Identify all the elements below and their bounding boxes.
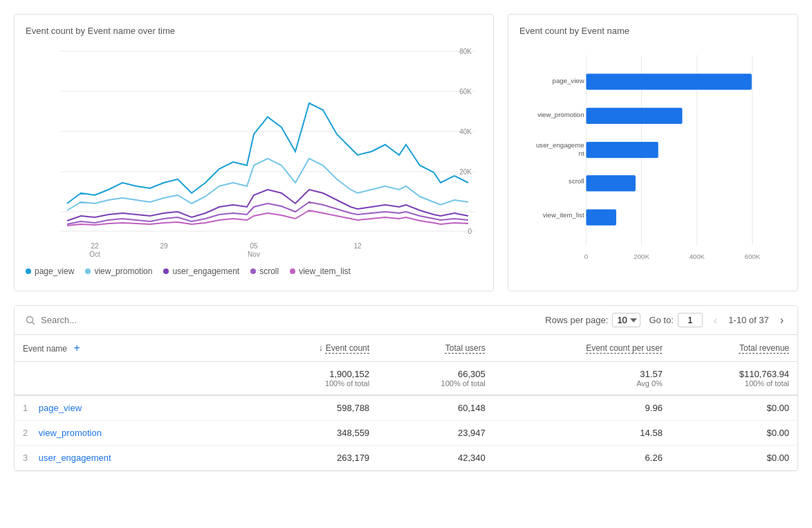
- svg-text:29: 29: [160, 242, 168, 250]
- totals-event-per-user-value: 31.57: [640, 369, 663, 379]
- col-event-count[interactable]: ↓Event count: [250, 335, 378, 362]
- svg-rect-26: [587, 74, 752, 90]
- row-2-event-link[interactable]: view_promotion: [39, 428, 102, 438]
- row-1-total-users: 60,148: [378, 395, 494, 421]
- table-row: 2 view_promotion 348,559 23,947 14.58 $0…: [15, 421, 797, 446]
- legend-dot-view-item-list: [290, 268, 295, 274]
- totals-name-cell: [15, 362, 250, 396]
- legend-label-scroll: scroll: [259, 266, 279, 276]
- search-input[interactable]: [41, 315, 179, 325]
- svg-text:0: 0: [468, 228, 472, 235]
- svg-text:600K: 600K: [745, 253, 761, 260]
- row-2-revenue: $0.00: [671, 421, 797, 446]
- row-3-event-count: 263,179: [250, 446, 378, 471]
- svg-text:05: 05: [250, 242, 258, 250]
- col-event-per-user: Event count per user: [494, 335, 671, 362]
- prev-page-button[interactable]: ‹: [711, 314, 720, 327]
- legend-view-item-list: view_item_list: [290, 266, 351, 276]
- legend-dot-scroll: [250, 268, 256, 274]
- svg-rect-28: [587, 108, 683, 124]
- legend-page-view: page_view: [26, 266, 74, 276]
- svg-text:view_promotion: view_promotion: [537, 111, 584, 118]
- totals-event-count: 1,900,152 100% of total: [250, 362, 378, 396]
- totals-event-count-sub: 100% of total: [258, 379, 369, 388]
- svg-line-37: [33, 322, 35, 325]
- legend-dot-page-view: [26, 268, 31, 274]
- svg-text:scroll: scroll: [569, 177, 584, 185]
- bar-chart-box: Event count by Event name 0 200K 400K 60…: [508, 14, 798, 291]
- col-total-revenue: Total revenue: [671, 335, 797, 362]
- line-chart-svg: 80K 60K 40K 20K 0 22 Oct 29 05 Nov 12: [26, 44, 482, 259]
- row-3-event-link[interactable]: user_engagement: [39, 453, 111, 463]
- add-column-icon[interactable]: +: [73, 342, 80, 354]
- row-1-name-cell: 1 page_view: [15, 395, 250, 421]
- table-section: Rows per page: 10 25 50 Go to: ‹ 1-10 of…: [14, 305, 798, 471]
- row-2-event-per-user: 14.58: [494, 421, 671, 446]
- svg-text:400K: 400K: [689, 253, 705, 260]
- bar-chart-area: 0 200K 400K 600K page_view view_promotio…: [519, 44, 786, 280]
- row-2-num: 2: [23, 428, 28, 438]
- col-event-name-label: Event name: [23, 344, 67, 354]
- totals-revenue: $110,763.94 100% of total: [671, 362, 797, 396]
- row-1-event-link[interactable]: page_view: [39, 403, 82, 413]
- col-event-count-label: Event count: [326, 343, 369, 353]
- goto-page: Go to:: [649, 313, 702, 327]
- search-left: [26, 315, 179, 325]
- svg-text:22: 22: [91, 242, 99, 250]
- legend-view-promotion: view_promotion: [85, 266, 152, 276]
- bar-chart-title: Event count by Event name: [519, 26, 786, 36]
- line-chart-legend: page_view view_promotion user_engagement…: [26, 266, 482, 276]
- svg-text:60K: 60K: [459, 88, 472, 95]
- svg-text:40K: 40K: [459, 128, 472, 136]
- col-event-name: Event name +: [15, 335, 250, 362]
- rows-per-page-select[interactable]: 10 25 50: [612, 313, 640, 327]
- goto-label: Go to:: [649, 315, 673, 325]
- row-2-total-users: 23,947: [378, 421, 494, 446]
- line-chart-title: Event count by Event name over time: [26, 26, 482, 36]
- row-3-num: 3: [23, 453, 28, 463]
- legend-dot-user-engagement: [163, 268, 169, 274]
- line-chart-area: 80K 60K 40K 20K 0 22 Oct 29 05 Nov 12: [26, 44, 482, 280]
- totals-revenue-value: $110,763.94: [739, 369, 789, 379]
- totals-total-users-sub: 100% of total: [386, 379, 486, 388]
- row-2-event-count: 348,559: [250, 421, 378, 446]
- totals-total-users: 66,305 100% of total: [378, 362, 494, 396]
- sort-desc-icon: ↓: [319, 343, 323, 353]
- svg-point-36: [27, 316, 33, 322]
- svg-text:view_item_list: view_item_list: [543, 211, 584, 219]
- row-3-revenue: $0.00: [671, 446, 797, 471]
- bar-chart-svg: 0 200K 400K 600K page_view view_promotio…: [519, 44, 786, 280]
- row-1-event-per-user: 9.96: [494, 395, 671, 421]
- line-chart-box: Event count by Event name over time 80K …: [14, 14, 494, 291]
- svg-text:200K: 200K: [634, 253, 649, 260]
- charts-row: Event count by Event name over time 80K …: [14, 14, 798, 291]
- totals-revenue-sub: 100% of total: [679, 379, 789, 388]
- svg-rect-35: [587, 210, 616, 226]
- events-table: Event name + ↓Event count Total users Ev…: [15, 335, 797, 471]
- search-icon: [26, 316, 35, 325]
- page-number-input[interactable]: [678, 313, 703, 327]
- row-3-event-per-user: 6.26: [494, 446, 671, 471]
- svg-rect-31: [587, 142, 658, 158]
- legend-label-view-item-list: view_item_list: [299, 266, 351, 276]
- totals-event-count-value: 1,900,152: [329, 369, 369, 379]
- row-3-total-users: 42,340: [378, 446, 494, 471]
- svg-text:12: 12: [353, 242, 362, 250]
- col-event-per-user-label: Event count per user: [586, 343, 663, 353]
- legend-scroll: scroll: [250, 266, 279, 276]
- svg-text:user_engageme: user_engageme: [536, 141, 584, 149]
- table-row: 3 user_engagement 263,179 42,340 6.26 $0…: [15, 446, 797, 471]
- legend-label-view-promotion: view_promotion: [94, 266, 152, 276]
- svg-rect-33: [587, 175, 636, 191]
- rows-per-page-label: Rows per page:: [545, 315, 608, 325]
- next-page-button[interactable]: ›: [777, 314, 786, 327]
- legend-label-user-engagement: user_engagement: [172, 266, 239, 276]
- row-2-name-cell: 2 view_promotion: [15, 421, 250, 446]
- svg-text:Nov: Nov: [248, 251, 260, 258]
- row-1-num: 1: [23, 403, 28, 413]
- totals-total-users-value: 66,305: [458, 369, 486, 379]
- svg-text:nt: nt: [579, 149, 584, 157]
- table-row: 1 page_view 598,788 60,148 9.96 $0.00: [15, 395, 797, 421]
- main-container: Event count by Event name over time 80K …: [0, 0, 812, 528]
- svg-text:page_view: page_view: [553, 77, 584, 84]
